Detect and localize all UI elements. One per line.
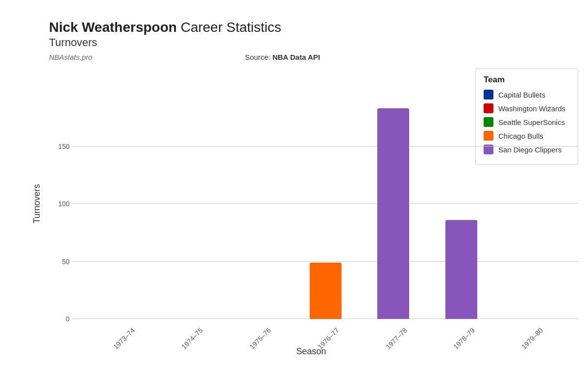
chart-plot-area: 050100150 1973–741974–751975–761976–7719… bbox=[48, 64, 578, 343]
y-tick-label: 0 bbox=[50, 315, 73, 323]
chart-container: Nick Weatherspoon Career Statistics Turn… bbox=[0, 0, 588, 392]
source-prefix: Source: bbox=[245, 53, 272, 61]
y-axis-label: Turnovers bbox=[29, 64, 44, 343]
x-axis-labels: 1973–741974–751975–761976–771977–781978–… bbox=[73, 319, 578, 343]
y-tick-label: 100 bbox=[50, 200, 73, 208]
source-bold: NBA Data API bbox=[272, 53, 320, 61]
source-left: NBAstats.pro bbox=[49, 53, 157, 61]
x-tick-label: 1973–74 bbox=[87, 332, 155, 343]
chart-body: Turnovers 050100150 1973–741974–751975–7… bbox=[29, 64, 578, 343]
title-regular: Career Statistics bbox=[177, 20, 281, 35]
y-tick-label: 150 bbox=[50, 143, 73, 150]
bar-group bbox=[292, 263, 360, 319]
x-tick-label: 1975–76 bbox=[223, 332, 292, 343]
bar-group bbox=[359, 108, 427, 319]
x-tick-label: 1978–79 bbox=[427, 332, 495, 343]
x-tick-label: 1974–75 bbox=[155, 332, 223, 343]
bar bbox=[310, 263, 342, 319]
x-tick-label: 1979–80 bbox=[495, 332, 564, 343]
subtitle: Turnovers bbox=[49, 36, 578, 49]
x-tick-label: 1976–77 bbox=[292, 332, 360, 343]
x-tick-label: 1977–78 bbox=[359, 332, 427, 343]
title-area: Nick Weatherspoon Career Statistics Turn… bbox=[49, 20, 578, 49]
source-right: Source: NBA Data API bbox=[245, 53, 320, 61]
bars-area bbox=[73, 64, 578, 319]
x-axis-title: Season bbox=[44, 346, 578, 357]
title-bold: Nick Weatherspoon bbox=[49, 20, 177, 35]
y-tick-label: 50 bbox=[50, 258, 73, 266]
bar bbox=[377, 108, 409, 319]
source-row: NBAstats.pro Source: NBA Data API bbox=[49, 53, 578, 61]
bar-group bbox=[427, 220, 495, 319]
main-title: Nick Weatherspoon Career Statistics bbox=[49, 20, 578, 35]
bar bbox=[445, 220, 477, 319]
